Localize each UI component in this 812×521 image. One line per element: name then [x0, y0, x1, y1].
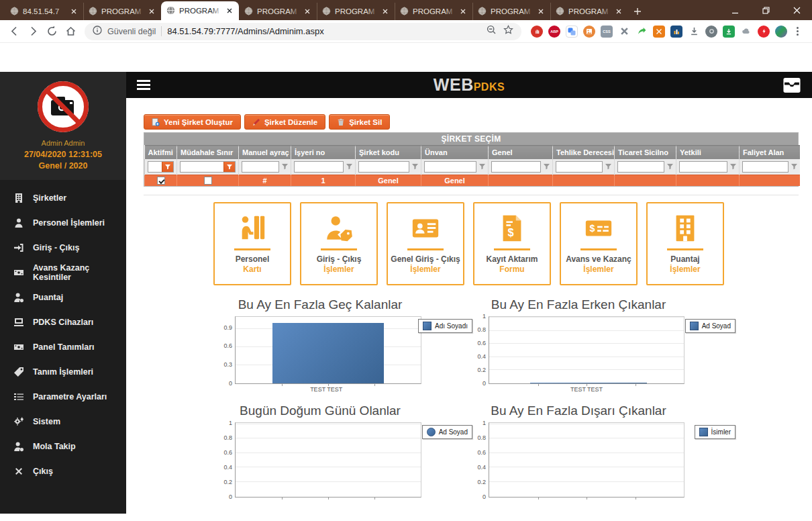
filter-input[interactable] [295, 162, 343, 172]
filter-input[interactable] [242, 162, 278, 172]
gray-x-extension-icon[interactable] [618, 26, 630, 38]
tab-close-icon[interactable] [225, 6, 234, 15]
tab-close-icon[interactable] [147, 7, 156, 16]
sidebar-item-parametre-ayarlari[interactable]: Parametre Ayarları [0, 384, 126, 409]
card-genel-giris-cikis[interactable]: Genel Giriş - Çıkış İşlemler [387, 202, 464, 285]
column-header[interactable]: Ünvan [421, 146, 489, 160]
sidebar-item-cikis[interactable]: Çıkış [0, 459, 126, 483]
browser-tab[interactable]: PROGRAM [239, 3, 317, 20]
css-extension-icon[interactable]: CSS [601, 26, 613, 38]
sidebar-item-mola-takip[interactable]: Mola Takip [0, 434, 126, 459]
hamburger-menu-icon[interactable] [137, 80, 150, 90]
photo-extension-icon[interactable] [583, 26, 595, 38]
filter-funnel-icon[interactable] [667, 164, 673, 170]
browser-tab[interactable]: PROGRAM [161, 1, 239, 20]
filter-input[interactable] [556, 162, 602, 172]
green-arrow-extension-icon[interactable] [636, 26, 648, 38]
edit-company-button[interactable]: Şirket Düzenle [244, 114, 325, 130]
sidebar-item-panel-tanimlari[interactable]: Panel Tanımları [0, 334, 126, 359]
minimize-button[interactable] [719, 0, 750, 20]
filter-select-mudahale[interactable] [181, 162, 223, 172]
tab-close-icon[interactable] [303, 7, 312, 16]
adblock-plus-extension-icon[interactable]: ABP [548, 26, 560, 38]
browser-tab[interactable]: PROGRAM [472, 3, 550, 20]
url-text[interactable]: 84.51.54.79:7777/Admins/Adminim.aspx [167, 26, 481, 36]
url-field[interactable]: Güvenli değil 84.51.54.79:7777/Admins/Ad… [85, 23, 521, 40]
filter-input[interactable] [680, 162, 727, 172]
new-tab-button[interactable] [628, 3, 647, 20]
restore-button[interactable] [750, 0, 781, 20]
filter-funnel-icon[interactable] [544, 164, 550, 170]
filter-input[interactable] [359, 162, 409, 172]
filter-dropdown-icon[interactable] [223, 162, 235, 172]
zoom-out-icon[interactable] [487, 25, 497, 38]
card-kayit-aktarim-formu[interactable]: $ Kayıt Aktarım Formu [473, 202, 551, 285]
column-header[interactable]: Müdahale Sınır [177, 146, 239, 160]
green-download-extension-icon[interactable] [723, 26, 735, 38]
row-checkbox-aktifmi[interactable] [157, 177, 165, 185]
browser-tab[interactable]: 84.51.54.7 [5, 3, 83, 20]
column-header[interactable]: Tehlike Derecesi [553, 146, 615, 160]
column-header[interactable]: Şirket kodu [356, 146, 421, 160]
back-icon[interactable] [5, 23, 23, 40]
sidebar-item-giris-cikis[interactable]: Giriş - Çıkış [0, 235, 126, 260]
filter-funnel-icon[interactable] [346, 164, 352, 170]
filter-input[interactable] [492, 162, 540, 172]
sidebar-item-tanim-islemleri[interactable]: Tanım İşlemleri [0, 359, 126, 384]
close-window-button[interactable] [781, 0, 812, 20]
filter-funnel-icon[interactable] [791, 164, 797, 170]
filter-select-aktifmi[interactable] [148, 162, 162, 172]
forward-icon[interactable] [24, 23, 42, 40]
new-company-button[interactable]: Yeni Şirket Oluştur [144, 114, 241, 130]
tab-close-icon[interactable] [614, 7, 623, 16]
browser-tab[interactable]: PROGRAM [83, 3, 161, 20]
refresh-icon[interactable] [43, 23, 60, 40]
gray-circle-extension-icon[interactable] [705, 26, 717, 38]
profile-avatar-icon[interactable] [775, 26, 787, 38]
filter-funnel-icon[interactable] [479, 164, 485, 170]
sidebar-item-sirketler[interactable]: Şirketler [0, 185, 126, 210]
translate-extension-icon[interactable] [566, 26, 578, 38]
gray-cloud-extension-icon[interactable] [740, 26, 752, 38]
column-header[interactable]: Yetkili [676, 146, 740, 160]
browser-tab[interactable]: PROGRAM [317, 3, 395, 20]
row-checkbox-mudahale[interactable] [204, 177, 212, 185]
card-personel-karti[interactable]: Personel Kartı [213, 202, 291, 285]
card-avans-kazanc-islemler[interactable]: $ Avans ve Kazanç İşlemler [560, 202, 638, 285]
card-giris-cikis-islemler[interactable]: Giriş - Çıkış İşlemler [300, 202, 378, 285]
filter-input[interactable] [425, 162, 476, 172]
orange-tools-extension-icon[interactable] [653, 26, 665, 38]
filter-funnel-icon[interactable] [730, 164, 736, 170]
column-header[interactable]: İşyeri no [291, 146, 356, 160]
filter-input[interactable] [743, 162, 788, 172]
filter-funnel-icon[interactable] [412, 164, 418, 170]
grid-data-row[interactable]: # 1 Genel Genel [145, 175, 800, 186]
filter-dropdown-icon[interactable] [162, 162, 173, 172]
sidebar-item-sistem[interactable]: Sistem [0, 409, 126, 434]
filter-funnel-icon[interactable] [605, 164, 611, 170]
bookmark-star-icon[interactable] [503, 25, 513, 38]
filter-input[interactable] [618, 162, 664, 172]
tab-close-icon[interactable] [536, 7, 546, 16]
filter-funnel-icon[interactable] [282, 164, 288, 170]
sidebar-item-personel-islemleri[interactable]: Personel İşlemleri [0, 210, 126, 235]
home-icon[interactable] [62, 23, 79, 40]
download-arrow-extension-icon[interactable] [688, 26, 700, 38]
blue-bars-extension-icon[interactable] [670, 26, 682, 38]
stop-hand-extension-icon[interactable] [531, 26, 543, 38]
browser-menu-icon[interactable] [793, 27, 803, 36]
column-header[interactable]: Manuel ayraç [239, 146, 291, 160]
card-puantaj-islemler[interactable]: Puantaj İşlemler [646, 202, 724, 285]
tab-close-icon[interactable] [69, 7, 79, 16]
sidebar-item-avans-kazanc-kesintiler[interactable]: Avans Kazanç Kesintiler [0, 260, 126, 285]
delete-company-button[interactable]: Şirket Sil [329, 114, 390, 130]
inbox-icon[interactable] [782, 77, 801, 93]
column-header[interactable]: Genel [489, 146, 553, 160]
sidebar-item-pdks-cihazlari[interactable]: PDKS Cihazları [0, 310, 126, 334]
info-icon[interactable] [93, 26, 102, 38]
red-bolt-extension-icon[interactable] [758, 26, 770, 38]
column-header[interactable]: Aktifmi [145, 146, 177, 160]
tab-close-icon[interactable] [380, 7, 390, 16]
column-header[interactable]: Faliyet Alan [740, 146, 800, 160]
tab-close-icon[interactable] [458, 7, 468, 16]
